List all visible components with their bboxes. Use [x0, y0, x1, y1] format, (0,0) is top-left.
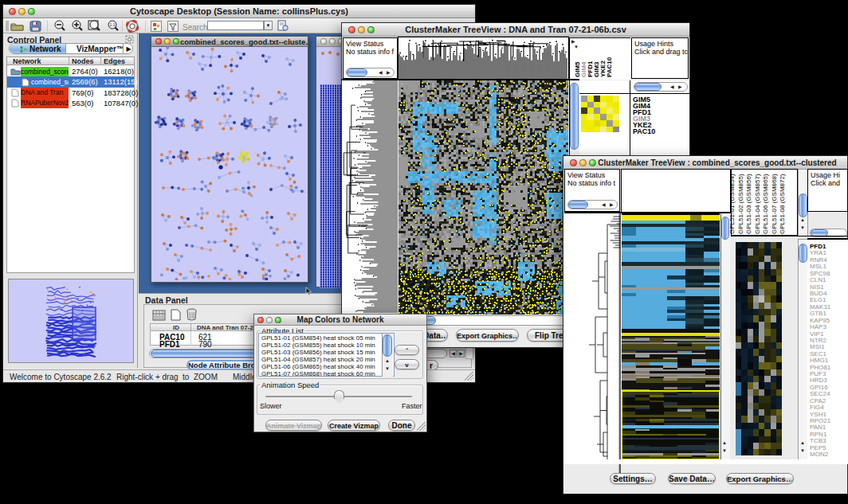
- svg-text:1:1: 1:1: [110, 22, 116, 27]
